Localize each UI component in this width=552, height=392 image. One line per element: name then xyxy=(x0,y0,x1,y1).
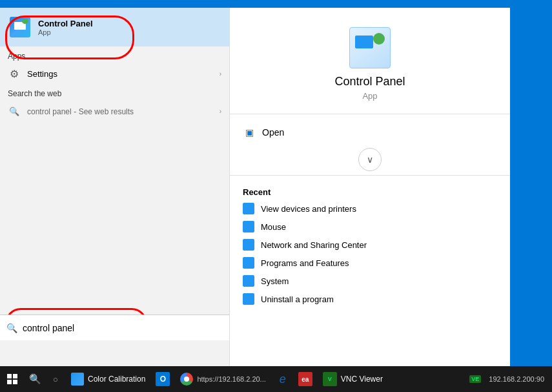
taskbar-item-label-chrome: https://192.168.2.20... xyxy=(197,375,265,383)
start-menu: Control Panel App Apps ⚙ Settings › Sear… xyxy=(0,8,510,366)
vnc-badge-label: VE xyxy=(469,375,481,383)
chevron-down-icon: ∨ xyxy=(367,154,373,165)
task-view-icon: ○ xyxy=(53,375,58,384)
settings-icon: ⚙ xyxy=(8,67,21,80)
taskbar-item-color-calibration[interactable]: Color Calibration xyxy=(66,366,150,392)
taskbar-items: Color Calibration O https://192.168.2.20… xyxy=(66,366,462,392)
recent-item-label-3: Programs and Features xyxy=(261,258,349,268)
recent-item-icon-1 xyxy=(243,221,254,232)
ie-icon: e xyxy=(276,373,289,386)
taskbar-item-outlook[interactable]: O xyxy=(152,366,174,392)
settings-item[interactable]: ⚙ Settings › xyxy=(0,63,229,84)
open-action[interactable]: ▣ Open xyxy=(230,121,510,144)
taskbar-item-label-color-calibration: Color Calibration xyxy=(88,375,145,384)
right-panel: Control Panel App ▣ Open ∨ Recent View d… xyxy=(229,8,510,366)
taskbar-search-icon: 🔍 xyxy=(29,373,41,385)
svg-rect-0 xyxy=(7,374,12,378)
web-search-icon: 🔍 xyxy=(8,105,21,118)
control-panel-large-icon xyxy=(349,27,391,68)
control-panel-small-icon xyxy=(10,17,30,37)
search-input[interactable] xyxy=(23,323,223,333)
best-match-item[interactable]: Control Panel App xyxy=(0,8,229,46)
recent-item-icon-2 xyxy=(243,239,254,251)
outlook-icon: O xyxy=(156,372,170,386)
ip-address: 192.168.2.200:90 xyxy=(486,375,547,383)
best-match-subtitle: App xyxy=(38,28,93,36)
vnc-badge[interactable]: VE xyxy=(467,375,484,383)
recent-item-label-5: Uninstall a program xyxy=(261,294,334,304)
recent-item-label-2: Network and Sharing Center xyxy=(261,240,367,250)
recent-item-5[interactable]: Uninstall a program xyxy=(230,290,510,308)
best-match-title: Control Panel xyxy=(38,19,93,28)
web-search-item[interactable]: 🔍 control panel - See web results › xyxy=(0,101,229,121)
recent-item-label-1: Mouse xyxy=(261,222,286,232)
recent-item-2[interactable]: Network and Sharing Center xyxy=(230,236,510,254)
recent-item-icon-4 xyxy=(243,275,254,287)
left-panel: Control Panel App Apps ⚙ Settings › Sear… xyxy=(0,8,229,366)
web-query: control panel - See web results xyxy=(27,107,213,116)
windows-icon xyxy=(7,374,17,384)
divider2 xyxy=(230,175,510,176)
color-calibration-icon xyxy=(71,373,84,386)
recent-item-3[interactable]: Programs and Features xyxy=(230,254,510,272)
desktop: Control Panel App Apps ⚙ Settings › Sear… xyxy=(0,0,552,392)
recent-item-0[interactable]: View devices and printers xyxy=(230,200,510,218)
apps-label: Apps xyxy=(0,46,229,63)
vnc-icon: V xyxy=(323,372,337,386)
app-detail-title: Control Panel xyxy=(334,75,405,88)
task-view-button[interactable]: ○ xyxy=(45,366,66,392)
recent-item-icon-5 xyxy=(243,293,254,305)
search-bar-icon: 🔍 xyxy=(6,323,17,333)
ip-text: 192.168.2.200:90 xyxy=(489,375,544,383)
taskbar-item-ie[interactable]: e xyxy=(272,366,293,392)
web-chevron: › xyxy=(220,108,221,115)
expand-button[interactable]: ∨ xyxy=(358,148,382,171)
settings-chevron: › xyxy=(220,70,221,77)
settings-label: Settings xyxy=(27,69,213,79)
recent-item-icon-3 xyxy=(243,257,254,269)
ea-icon: ea xyxy=(298,372,312,386)
taskbar-search-button[interactable]: 🔍 xyxy=(25,366,45,392)
taskbar-item-label-vnc: VNC Viewer xyxy=(341,375,383,384)
taskbar-right: VE 192.168.2.200:90 xyxy=(462,366,552,392)
web-label: Search the web xyxy=(0,84,229,101)
open-icon: ▣ xyxy=(243,126,256,139)
taskbar: 🔍 ○ Color Calibration O https://192.168.… xyxy=(0,366,552,392)
divider xyxy=(230,114,510,114)
recent-item-1[interactable]: Mouse xyxy=(230,218,510,236)
recent-item-label-4: System xyxy=(261,276,289,286)
app-detail-subtitle: App xyxy=(362,91,377,101)
recent-item-icon-0 xyxy=(243,203,254,214)
apps-section: Apps ⚙ Settings › xyxy=(0,46,229,84)
svg-rect-3 xyxy=(13,380,17,384)
recent-label: Recent xyxy=(230,182,510,200)
open-label: Open xyxy=(262,127,284,138)
windows-button[interactable] xyxy=(0,366,25,392)
svg-rect-2 xyxy=(7,380,12,384)
taskbar-item-chrome[interactable]: https://192.168.2.20... xyxy=(175,366,271,392)
recent-item-4[interactable]: System xyxy=(230,272,510,290)
recent-item-label-0: View devices and printers xyxy=(261,204,356,214)
chrome-icon xyxy=(180,373,193,386)
web-section: Search the web 🔍 control panel - See web… xyxy=(0,84,229,121)
svg-rect-1 xyxy=(13,374,17,378)
search-bar: 🔍 xyxy=(0,315,229,340)
taskbar-item-vnc[interactable]: V VNC Viewer xyxy=(318,366,388,392)
taskbar-item-ea[interactable]: ea xyxy=(294,366,316,392)
